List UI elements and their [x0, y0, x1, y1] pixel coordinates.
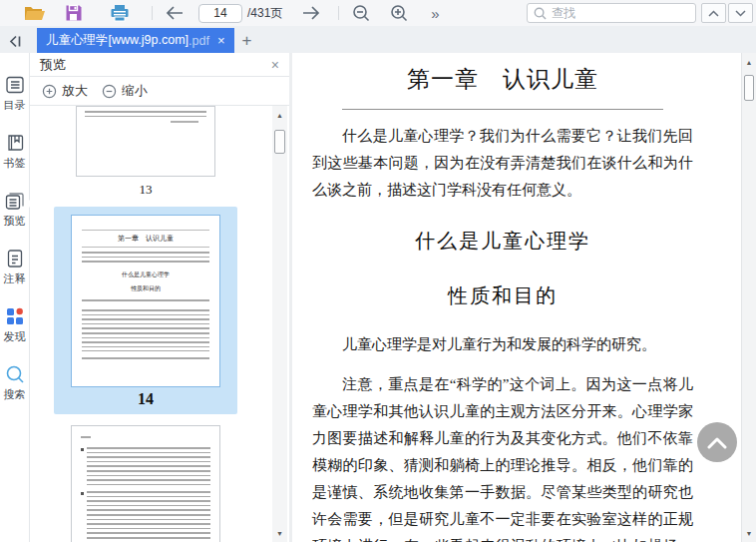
open-folder-icon	[23, 4, 46, 22]
sidebar-item-preview[interactable]: 预览	[0, 191, 30, 229]
thumbnail-zoom-in-label: 放大	[62, 82, 88, 100]
print-button[interactable]	[108, 2, 132, 24]
collapse-left-icon	[8, 35, 22, 48]
sidebar-item-annotations[interactable]: 注释	[0, 249, 30, 286]
thumbnail-page-15[interactable]	[71, 425, 220, 542]
page-preview-icon	[5, 191, 25, 211]
save-button[interactable]	[62, 2, 86, 24]
sidebar-item-bookmarks[interactable]: 书签	[0, 133, 30, 171]
preview-panel-header: 预览 ×	[30, 53, 289, 77]
left-sidebar: 目录 书签 预览	[0, 53, 30, 542]
open-file-button[interactable]	[22, 2, 46, 24]
zoom-out-button[interactable]	[349, 2, 373, 24]
scrollbar-thumb[interactable]	[744, 75, 754, 101]
new-tab-button[interactable]: +	[234, 28, 260, 53]
thumb14-rule	[82, 230, 209, 231]
thumb14-chapter-title: 第一章 认识儿童	[80, 234, 211, 244]
page-total-label: /431页	[247, 5, 282, 22]
scroll-up-arrow-icon[interactable]: ▲	[742, 55, 756, 69]
sidebar-item-search[interactable]: 搜索	[0, 364, 30, 402]
thumbnail-zoom-out-label: 缩小	[122, 82, 148, 100]
page-number-input[interactable]	[198, 4, 242, 23]
sidebar-label-toc: 目录	[4, 98, 26, 113]
bookmark-icon	[5, 133, 25, 153]
chevron-up-icon	[707, 436, 727, 449]
save-floppy-icon	[65, 4, 83, 22]
chevron-down-icon	[735, 10, 746, 17]
paragraph-science: 注意，重点是在“科学的”这个词上。因为这一点将儿童心理学和其他认识儿童的主观方法…	[312, 371, 693, 542]
toolbar-separator	[152, 6, 153, 20]
document-tab[interactable]: 儿童心理学[www.j9p.com].pdf ×	[37, 28, 234, 53]
tab-title: 儿童心理学[www.j9p.com]	[46, 32, 189, 49]
thumbnail-list: 13 第一章 认识儿童 什么是儿童心理学 性质和目的	[30, 106, 289, 542]
panel-close-icon[interactable]: ×	[271, 58, 279, 72]
document-view: 第一章 认识儿童 什么是儿童心理学？我们为什么需要它？让我们先回到这些基本问题，…	[292, 53, 756, 542]
thumb15-bullet-item	[81, 447, 210, 487]
preview-panel-toolbar: 放大 缩小	[30, 77, 289, 106]
thumb14-rule	[82, 247, 209, 248]
thumbnail-zoom-out-button[interactable]: 缩小	[102, 82, 148, 100]
sidebar-label-bookmarks: 书签	[4, 156, 26, 171]
preview-panel: 预览 × 放大 缩小	[30, 53, 292, 542]
sidebar-item-discover[interactable]: 发现	[0, 306, 30, 344]
collapse-tabs-button[interactable]	[0, 29, 30, 53]
workspace: 目录 书签 预览	[0, 53, 756, 542]
thumb14-paragraph-lines	[82, 357, 209, 362]
scroll-up-arrow-icon[interactable]: ▲	[272, 108, 287, 122]
scrollbar-thumb[interactable]	[274, 130, 285, 154]
thumb15-bullet-item	[81, 491, 210, 542]
document-scrollbar[interactable]: ▲ ▼	[741, 53, 756, 542]
preview-panel-title: 预览	[40, 56, 66, 74]
sidebar-label-discover: 发现	[4, 329, 26, 344]
scroll-down-arrow-icon[interactable]: ▼	[272, 526, 287, 540]
thumb15-text-lines	[81, 436, 91, 439]
thumb14-section-heading: 什么是儿童心理学	[80, 271, 211, 279]
back-to-top-button[interactable]	[697, 422, 737, 462]
sidebar-label-search: 搜索	[4, 387, 26, 402]
thumb14-paragraph-lines	[82, 299, 209, 304]
scroll-down-arrow-icon[interactable]: ▼	[742, 526, 756, 540]
subsection-heading: 性质和目的	[312, 282, 693, 309]
find-input[interactable]	[552, 6, 689, 20]
annotation-icon	[5, 249, 25, 269]
discover-apps-icon	[5, 306, 25, 326]
thumb13-signature-line	[171, 121, 198, 123]
thumbnail-label-14: 14	[138, 390, 154, 408]
thumbnail-page-14: 第一章 认识儿童 什么是儿童心理学 性质和目的	[71, 215, 220, 387]
toolbar-separator	[338, 6, 339, 20]
tab-bar: 儿童心理学[www.j9p.com].pdf × +	[0, 26, 756, 53]
pdf-page: 第一章 认识儿童 什么是儿童心理学？我们为什么需要它？让我们先回到这些基本问题，…	[292, 53, 741, 542]
section-heading: 什么是儿童心理学	[312, 228, 693, 255]
title-rule	[342, 109, 663, 110]
find-box[interactable]	[527, 3, 696, 23]
forward-arrow-icon	[301, 6, 320, 20]
find-next-button[interactable]	[728, 3, 753, 23]
chevrons-right-icon: »	[431, 5, 439, 22]
sidebar-item-toc[interactable]: 目录	[0, 75, 30, 113]
sidebar-label-annotations: 注释	[4, 271, 26, 286]
thumbnail-zoom-in-button[interactable]: 放大	[42, 82, 88, 100]
paragraph-definition: 儿童心理学是对儿童行为和发展的科学的研究。	[312, 331, 693, 358]
paragraph-intro: 什么是儿童心理学？我们为什么需要它？让我们先回到这些基本问题，因为在没有弄清楚我…	[312, 123, 693, 204]
pdf-reader-window: /431页 »	[0, 0, 756, 542]
more-tools-button[interactable]: »	[423, 2, 447, 24]
zoom-out-circle-icon	[102, 84, 117, 99]
back-arrow-icon	[166, 6, 185, 20]
thumbnail-page-14-selected[interactable]: 第一章 认识儿童 什么是儿童心理学 性质和目的 14	[54, 207, 237, 414]
find-previous-button[interactable]	[701, 3, 726, 23]
sidebar-label-preview: 预览	[4, 214, 26, 229]
zoom-in-circle-icon	[42, 84, 57, 99]
zoom-in-button[interactable]	[387, 2, 411, 24]
bullet-dot	[81, 448, 84, 451]
thumb14-paragraph-lines	[82, 252, 209, 266]
tab-title-extension: .pdf	[189, 34, 209, 48]
thumbnail-scrollbar[interactable]: ▲ ▼	[272, 106, 287, 542]
thumbnail-page-13[interactable]	[76, 106, 215, 177]
previous-page-button[interactable]	[163, 2, 187, 24]
thumb15-text-lines	[87, 491, 211, 542]
thumbnail-label-13: 13	[140, 182, 153, 198]
tab-close-icon[interactable]: ×	[217, 34, 225, 47]
next-page-button[interactable]	[298, 2, 322, 24]
thumb14-subsection-heading: 性质和目的	[80, 284, 211, 293]
bullet-dot	[81, 492, 84, 495]
